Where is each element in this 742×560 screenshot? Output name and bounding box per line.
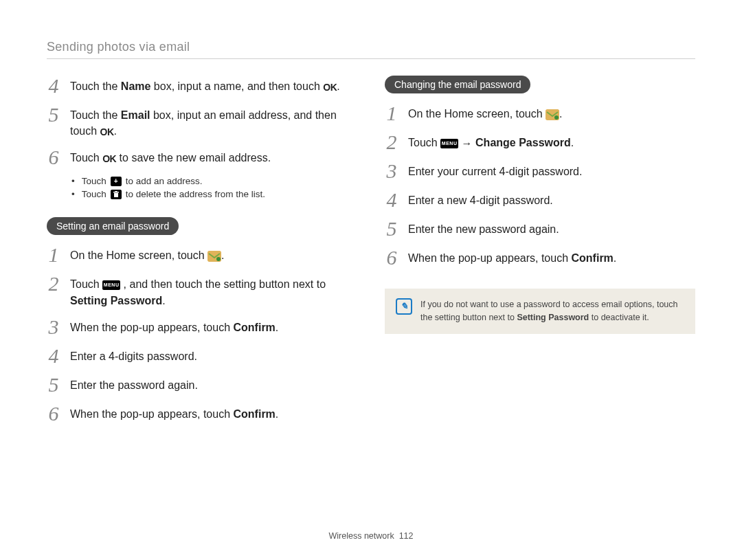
step-number: 3 [385,161,398,181]
step-number: 4 [47,346,60,366]
arrow-icon: → [462,137,473,149]
section-pill-changing: Changing the email password [385,76,530,93]
email-app-icon [207,251,221,262]
step-text: Enter a 4-digits password. [70,346,197,364]
svg-rect-2 [115,191,117,192]
step-text: Touch MENU , and then touch the setting … [70,273,357,308]
step-text: Touch MENU → Change Password. [408,132,574,151]
step-number: 3 [47,317,60,337]
step: 2Touch MENU , and then touch the setting… [47,273,357,308]
step-number: 6 [385,247,398,268]
ok-icon: OK [100,125,114,139]
sub-bullets: Touch + to add an address.Touch to delet… [71,176,357,199]
left-column: 4Touch the Name box, input a name, and t… [47,76,357,432]
note-box: ✎ If you do not want to use a password t… [385,289,695,334]
right-column: Changing the email password 1On the Home… [385,76,695,432]
step-number: 4 [385,190,398,210]
step-text: When the pop-up appears, touch Confirm. [70,317,278,335]
step-text: When the pop-up appears, touch Confirm. [408,247,616,266]
svg-rect-0 [114,193,118,197]
footer-page-number: 112 [399,531,414,541]
svg-rect-1 [113,192,119,193]
step-text: Enter a new 4-digit password. [408,190,553,208]
step: 6Touch OK to save the new email address. [47,147,357,168]
step: 5Enter the new password again. [385,219,695,239]
page-title: Sending photos via email [47,40,695,59]
step: 2Touch MENU → Change Password. [385,132,695,153]
step: 5Touch the Email box, input an email add… [47,104,357,139]
step-number: 1 [385,103,398,124]
menu-icon: MENU [440,139,458,148]
step: 3Enter your current 4-digit password. [385,161,695,181]
step-number: 6 [47,403,60,424]
step-text: Touch the Name box, input a name, and th… [70,76,340,94]
step-number: 1 [47,245,60,265]
step: 1On the Home screen, touch . [385,103,695,124]
step-number: 4 [47,76,60,96]
step: 4Enter a 4-digits password. [47,346,357,366]
step-number: 5 [385,219,398,239]
step-text: Enter your current 4-digit password. [408,161,582,179]
step-text: Enter the new password again. [408,219,559,237]
step-text: On the Home screen, touch . [70,245,225,263]
step: 3When the pop-up appears, touch Confirm. [47,317,357,337]
step-text: Enter the password again. [70,374,198,393]
step-text: Touch OK to save the new email address. [70,147,271,166]
note-text: If you do not want to use a password to … [420,298,684,324]
sub-bullet: Touch to delete the address from the lis… [71,189,357,199]
step: 6When the pop-up appears, touch Confirm. [385,247,695,268]
footer-label: Wireless network [329,531,394,541]
step-number: 5 [47,104,60,125]
svg-point-6 [554,115,559,120]
step-text: On the Home screen, touch . [408,103,563,122]
menu-icon: MENU [102,280,120,290]
step-text: When the pop-up appears, touch Confirm. [70,403,278,422]
step: 5Enter the password again. [47,374,357,395]
manual-page: Sending photos via email 4Touch the Name… [0,0,742,560]
step-text: Touch the Email box, input an email addr… [70,104,357,139]
step: 4Enter a new 4-digit password. [385,190,695,210]
step: 4Touch the Name box, input a name, and t… [47,76,357,96]
step-number: 2 [385,132,398,153]
svg-point-4 [216,257,221,261]
plus-icon: + [111,177,122,186]
step-number: 5 [47,374,60,395]
page-footer: Wireless network 112 [0,531,742,541]
step: 6When the pop-up appears, touch Confirm. [47,403,357,424]
sub-bullet: Touch + to add an address. [71,176,357,186]
note-icon: ✎ [396,298,412,315]
two-column-layout: 4Touch the Name box, input a name, and t… [47,76,695,432]
trash-icon [111,190,122,199]
email-app-icon [546,109,559,120]
step-number: 2 [47,273,60,294]
step-number: 6 [47,147,60,168]
section-pill-setting: Setting an email password [47,217,179,235]
step: 1On the Home screen, touch . [47,245,357,265]
ok-icon: OK [323,80,337,94]
ok-icon: OK [102,152,116,166]
